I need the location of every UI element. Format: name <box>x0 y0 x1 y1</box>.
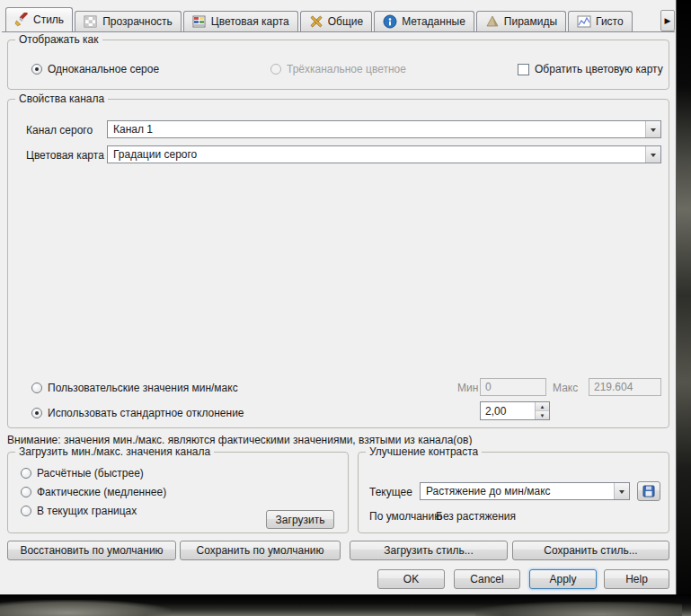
invert-colormap-checkbox[interactable]: Обратить цветовую карту <box>518 62 663 76</box>
save-contrast-default-button[interactable] <box>637 481 660 501</box>
tab-bar: Стиль Прозрачность <box>5 7 660 31</box>
tab-metadata-label: Метаданные <box>402 15 465 28</box>
radio-custom-minmax[interactable]: Пользовательские значения мин/макс <box>31 381 238 395</box>
tab-transparency-label: Прозрачность <box>102 15 173 28</box>
tab-colormap-label: Цветовая карта <box>211 15 289 28</box>
minmax-warning-text: Внимание: значения мин./макс. являются ф… <box>7 434 472 446</box>
radio-custom-minmax-label: Пользовательские значения мин/макс <box>48 382 238 394</box>
contrast-group-title: Улучшение контраста <box>366 445 482 458</box>
contrast-combobox-value: Растяжение до мин/макс <box>421 485 614 497</box>
histogram-icon <box>577 14 591 29</box>
radio-estimate[interactable]: Расчётные (быстрее) <box>21 466 144 480</box>
tab-general[interactable]: Общие <box>300 11 372 31</box>
tab-general-label: Общие <box>328 15 363 28</box>
gray-band-combobox[interactable]: Канал 1 <box>107 120 661 138</box>
contrast-default-value: Без растяжения <box>436 510 516 523</box>
max-input: 219.604 <box>589 378 661 396</box>
tab-pyramids-label: Пирамиды <box>504 15 557 28</box>
radio-checked-icon <box>31 64 42 75</box>
save-default-style-button[interactable]: Сохранить по умолчанию <box>180 541 341 560</box>
raster-layer-properties-dialog: Стиль Прозрачность <box>0 0 677 594</box>
load-button[interactable]: Загрузить <box>266 510 334 529</box>
radio-estimate-label: Расчётные (быстрее) <box>37 467 144 480</box>
radio-single-band-gray[interactable]: Одноканальное серое <box>31 62 159 76</box>
band-properties-group: Свойства канала Канал серого Канал 1 Цве… <box>7 99 669 428</box>
load-style-button[interactable]: Загрузить стиль... <box>350 541 508 560</box>
radio-unchecked-icon <box>21 468 31 479</box>
tab-pyramids[interactable]: Пирамиды <box>476 11 566 31</box>
help-button[interactable]: Help <box>604 569 669 589</box>
floppy-disk-icon <box>642 485 655 497</box>
chevron-down-icon[interactable] <box>645 146 660 163</box>
colormap-combobox[interactable]: Градации серого <box>107 145 661 163</box>
colormap-combobox-value: Градации серого <box>108 148 645 161</box>
spinner-buttons: ▲ ▼ <box>535 402 549 419</box>
cancel-button[interactable]: Cancel <box>454 569 520 589</box>
contrast-current-combobox[interactable]: Растяжение до мин/макс <box>420 482 630 500</box>
stddev-spinbox-value: 2,00 <box>481 402 535 419</box>
transparency-checker-icon <box>84 14 98 29</box>
apply-button[interactable]: Apply <box>529 569 597 589</box>
render-as-group: Отображать как Одноканальное серое Трёхк… <box>7 40 669 90</box>
tab-scroll-right-button[interactable]: ▶ <box>660 10 675 31</box>
radio-actual[interactable]: Фактические (медленнее) <box>21 485 166 499</box>
invert-colormap-label: Обратить цветовую карту <box>535 63 663 75</box>
contrast-default-label: По умолчанию <box>369 510 442 523</box>
radio-checked-icon <box>31 408 42 418</box>
checkbox-unchecked-icon <box>518 64 529 75</box>
radio-use-stddev[interactable]: Использовать стандартное отклонение <box>31 406 244 420</box>
desktop-background-right <box>677 0 691 616</box>
gray-band-label: Канал серого <box>26 124 93 136</box>
chevron-down-icon[interactable] <box>614 483 629 499</box>
paintbrush-icon <box>14 13 29 27</box>
ok-button[interactable]: OK <box>377 569 445 589</box>
radio-unchecked-icon <box>21 506 31 516</box>
radio-use-stddev-label: Использовать стандартное отклонение <box>48 407 244 419</box>
radio-three-band-color: Трёхканальное цветное <box>270 62 406 76</box>
radio-unchecked-icon <box>31 383 42 393</box>
gray-band-combobox-value: Канал 1 <box>108 123 645 136</box>
radio-unchecked-icon <box>21 487 31 497</box>
restore-default-style-button[interactable]: Восстановить по умолчанию <box>7 541 176 560</box>
tab-histogram-label: Гисто <box>596 15 624 28</box>
spin-up-icon[interactable]: ▲ <box>536 402 549 411</box>
spin-down-icon[interactable]: ▼ <box>536 411 549 419</box>
render-as-group-title: Отображать как <box>15 33 102 46</box>
colormap-label: Цветовая карта <box>26 149 104 162</box>
min-label: Мин <box>457 382 478 394</box>
colormap-table-icon <box>192 14 207 29</box>
contrast-enhancement-group: Улучшение контраста Текущее Растяжение д… <box>358 452 669 533</box>
radio-disabled-icon <box>270 64 281 75</box>
contrast-current-label: Текущее <box>369 486 412 498</box>
radio-current-extent[interactable]: В текущих границах <box>21 504 137 518</box>
chevron-down-icon[interactable] <box>645 121 660 137</box>
tab-histogram[interactable]: Гисто <box>568 11 633 31</box>
load-minmax-group: Загрузить мин./макс. значения канала Рас… <box>7 452 349 533</box>
radio-actual-label: Фактические (медленнее) <box>37 486 166 498</box>
tab-style-label: Стиль <box>33 13 64 26</box>
desktop-background-bottom <box>0 594 691 616</box>
crossed-tools-icon <box>309 14 323 29</box>
radio-current-extent-label: В текущих границах <box>37 505 137 517</box>
save-style-button[interactable]: Сохранить стиль... <box>512 541 669 560</box>
radio-single-band-gray-label: Одноканальное серое <box>48 63 159 75</box>
tab-transparency[interactable]: Прозрачность <box>75 11 182 31</box>
tab-metadata[interactable]: Метаданные <box>374 11 474 31</box>
max-label: Макс <box>553 382 578 394</box>
desktop: Стиль Прозрачность <box>0 0 691 616</box>
load-minmax-group-title: Загрузить мин./макс. значения канала <box>15 445 214 458</box>
radio-three-band-color-label: Трёхканальное цветное <box>287 63 406 75</box>
stddev-spinbox[interactable]: 2,00 ▲ ▼ <box>480 401 550 420</box>
tab-colormap[interactable]: Цветовая карта <box>183 11 298 31</box>
min-input: 0 <box>480 378 546 396</box>
info-icon <box>383 14 397 29</box>
pyramid-icon <box>485 14 500 29</box>
tab-style[interactable]: Стиль <box>5 7 73 31</box>
tab-pane-border <box>2 31 675 32</box>
band-properties-group-title: Свойства канала <box>15 92 108 105</box>
